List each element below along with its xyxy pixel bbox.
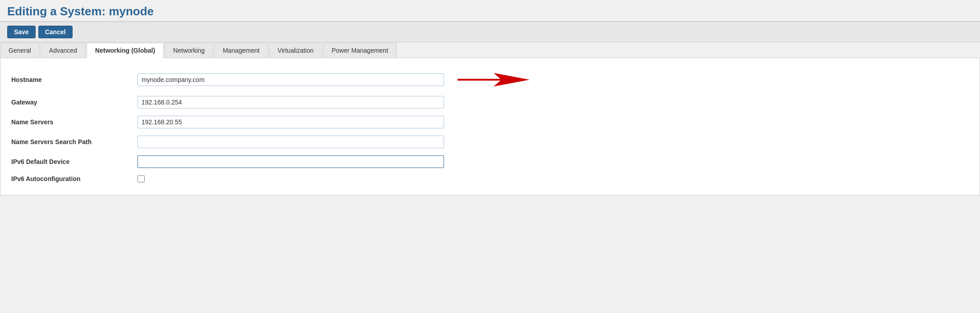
- input-wrap-ipv6-default-device: [137, 155, 444, 168]
- label-hostname: Hostname: [11, 76, 137, 83]
- form-row-name-servers-search-path: Name Servers Search Path: [11, 132, 969, 152]
- red-arrow-icon: [458, 71, 530, 89]
- page-wrapper: Editing a System: mynode Save Cancel Gen…: [0, 0, 980, 313]
- save-button[interactable]: Save: [7, 26, 36, 38]
- label-ipv6-default-device: IPv6 Default Device: [11, 158, 137, 165]
- cancel-button[interactable]: Cancel: [38, 26, 73, 38]
- input-wrap-name-servers: [137, 116, 444, 128]
- label-gateway: Gateway: [11, 99, 137, 106]
- form-row-hostname: Hostname: [11, 67, 969, 92]
- label-ipv6-autoconfiguration: IPv6 Autoconfiguration: [11, 175, 137, 182]
- toolbar: Save Cancel: [0, 22, 980, 42]
- form-table: Hostname Gateway Name Servers: [11, 67, 969, 186]
- input-wrap-hostname: [137, 73, 444, 86]
- page-header: Editing a System: mynode: [0, 0, 980, 22]
- input-wrap-gateway: [137, 96, 444, 109]
- page-title-node: mynode: [109, 5, 154, 18]
- tab-networking[interactable]: Networking: [165, 43, 213, 58]
- arrow-indicator: [458, 71, 530, 89]
- label-name-servers: Name Servers: [11, 118, 137, 126]
- page-title-prefix: Editing a System:: [7, 5, 109, 18]
- input-gateway[interactable]: [137, 96, 444, 109]
- svg-marker-0: [458, 73, 530, 86]
- label-name-servers-search-path: Name Servers Search Path: [11, 138, 137, 145]
- tab-virtualization[interactable]: Virtualization: [269, 43, 322, 58]
- form-row-gateway: Gateway: [11, 92, 969, 112]
- form-row-ipv6-default-device: IPv6 Default Device: [11, 152, 969, 172]
- tab-general[interactable]: General: [0, 43, 40, 58]
- input-wrap-ipv6-autoconfiguration: [137, 175, 444, 182]
- input-ipv6-default-device[interactable]: [137, 155, 444, 168]
- page-title: Editing a System: mynode: [7, 5, 973, 18]
- input-wrap-name-servers-search-path: [137, 136, 444, 148]
- tab-advanced[interactable]: Advanced: [41, 43, 86, 58]
- checkbox-ipv6-autoconfiguration[interactable]: [137, 175, 145, 182]
- content-area: Hostname Gateway Name Servers: [0, 58, 980, 195]
- tab-management[interactable]: Management: [214, 43, 268, 58]
- tabs-bar: General Advanced Networking (Global) Net…: [0, 42, 980, 58]
- tab-networking-global[interactable]: Networking (Global): [87, 43, 164, 58]
- input-hostname[interactable]: [137, 73, 444, 86]
- input-name-servers-search-path[interactable]: [137, 136, 444, 148]
- input-name-servers[interactable]: [137, 116, 444, 128]
- form-row-ipv6-autoconfiguration: IPv6 Autoconfiguration: [11, 172, 969, 186]
- tab-power-management[interactable]: Power Management: [323, 43, 397, 58]
- form-row-name-servers: Name Servers: [11, 112, 969, 132]
